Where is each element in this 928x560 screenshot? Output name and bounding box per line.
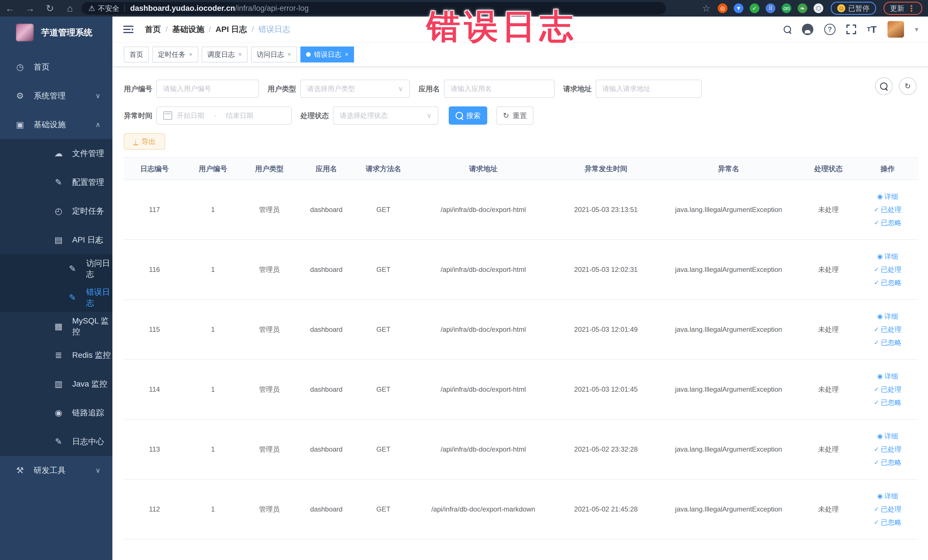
toggle-search-button[interactable] (875, 77, 893, 95)
action-已处理[interactable]: ✓已处理 (874, 325, 901, 334)
tab-label: 定时任务 (158, 50, 185, 59)
exception-time-range[interactable]: 开始日期 - 结束日期 (156, 107, 292, 125)
reload-icon[interactable]: ↻ (40, 3, 60, 14)
search-button[interactable]: 搜索 (449, 107, 487, 125)
search-icon[interactable] (784, 26, 791, 33)
github-icon[interactable] (802, 24, 814, 35)
font-size-icon[interactable]: TT (867, 24, 877, 35)
tab-close-icon[interactable]: × (189, 51, 192, 58)
home-icon[interactable]: ⌂ (60, 3, 80, 14)
breadcrumb-item[interactable]: 首页 (145, 24, 161, 35)
cell-user_type: 管理员 (241, 205, 298, 214)
select-caret-icon: ∨ (426, 111, 432, 119)
cell-url: /api/infra/db-doc/export-html (412, 266, 554, 273)
action-已忽略[interactable]: ✓已忽略 (874, 218, 901, 227)
bookmark-star-icon[interactable]: ☆ (702, 3, 710, 14)
export-button[interactable]: ↓ 导出 (124, 133, 165, 150)
action-已处理[interactable]: ✓已处理 (874, 505, 901, 514)
reset-button[interactable]: ↻ 重置 (496, 107, 533, 125)
action-已处理[interactable]: ✓已处理 (874, 445, 901, 454)
security-warning-icon: ⚠ (89, 4, 95, 13)
app-name-input[interactable]: 请输入应用名 (444, 79, 554, 98)
ext-green-on[interactable]: on (781, 3, 791, 13)
address-bar[interactable]: ⚠ 不安全 dashboard.yudao.iocoder.cn/infra/l… (82, 2, 666, 15)
user-avatar[interactable] (887, 21, 904, 38)
action-已忽略[interactable]: ✓已忽略 (874, 338, 901, 347)
sidebar-item-首页[interactable]: ◷首页 (0, 52, 112, 81)
action-详细[interactable]: ◉详细 (877, 252, 898, 261)
user-type-select[interactable]: 请选择用户类型∨ (300, 79, 410, 98)
profile-paused-chip[interactable]: ☺ 已暂停 (831, 2, 876, 15)
ext-blue-grid[interactable]: ⠿ (766, 3, 775, 13)
tab-定时任务[interactable]: 定时任务× (152, 46, 198, 63)
action-详细[interactable]: ◉详细 (877, 372, 898, 381)
sidebar-item-基础设施[interactable]: ▣基础设施∧ (0, 110, 112, 139)
action-已忽略[interactable]: ✓已忽略 (874, 518, 901, 527)
back-icon[interactable]: ← (0, 3, 20, 14)
tab-首页[interactable]: 首页 (124, 46, 149, 63)
sidebar-item-label: Java 监控 (72, 378, 107, 389)
tab-close-icon[interactable]: × (288, 51, 291, 58)
check-icon: ✓ (874, 279, 879, 287)
action-已处理[interactable]: ✓已处理 (874, 205, 901, 214)
cell-url: /api/infra/db-doc/export-html (412, 206, 554, 214)
user-id-input[interactable]: 请输入用户编号 (156, 79, 259, 98)
omnibox-divider (124, 5, 125, 12)
sidebar-item-java-监控[interactable]: ▥Java 监控 (0, 369, 112, 398)
fullscreen-icon[interactable] (846, 24, 856, 34)
action-已处理[interactable]: ✓已处理 (874, 385, 901, 394)
sidebar-item-错误日志[interactable]: ✎错误日志 (0, 283, 112, 312)
tab-close-icon[interactable]: × (345, 51, 349, 58)
sidebar-item-日志中心[interactable]: ✎日志中心 (0, 427, 112, 456)
date-range-separator: - (214, 111, 216, 119)
chevron-up-icon: ∧ (95, 121, 101, 129)
app-logo-row[interactable]: 芋道管理系统 (0, 17, 112, 49)
avatar-caret-icon[interactable]: ▾ (915, 25, 918, 34)
tab-错误日志[interactable]: 错误日志× (301, 46, 354, 63)
action-详细[interactable]: ◉详细 (877, 192, 898, 201)
breadcrumb-item[interactable]: API 日志 (216, 24, 247, 35)
sidebar-item-文件管理[interactable]: ☁文件管理 (0, 139, 112, 168)
user-id-label: 用户编号 (124, 84, 152, 93)
tab-访问日志[interactable]: 访问日志× (251, 46, 297, 63)
help-icon[interactable]: ? (824, 24, 836, 35)
forward-icon[interactable]: → (20, 3, 40, 14)
sidebar-item-链路追踪[interactable]: ◉链路追踪 (0, 398, 112, 427)
action-已忽略[interactable]: ✓已忽略 (874, 398, 901, 407)
ext-puzzle[interactable]: ⬡ (814, 3, 823, 13)
sidebar-item-定时任务[interactable]: ◴定时任务 (0, 197, 112, 225)
action-详细[interactable]: ◉详细 (877, 432, 898, 441)
hamburger-icon[interactable] (123, 25, 133, 34)
action-已处理[interactable]: ✓已处理 (874, 265, 901, 274)
ext-green-check[interactable]: ✓ (750, 3, 759, 13)
action-详细[interactable]: ◉详细 (877, 312, 898, 321)
cell-app_name: dashboard (298, 505, 355, 513)
breadcrumb-item[interactable]: 基础设施 (172, 24, 204, 35)
active-tab-dot (306, 52, 311, 57)
refresh-table-button[interactable]: ↻ (899, 77, 917, 95)
cell-user_type: 管理员 (241, 385, 298, 394)
process-status-select[interactable]: 请选择处理状态∨ (333, 107, 438, 125)
sidebar-item-访问日志[interactable]: ✎访问日志 (0, 254, 112, 283)
column-header: 异常发生时间 (554, 164, 657, 174)
action-已忽略[interactable]: ✓已忽略 (874, 278, 901, 287)
sidebar-item-配置管理[interactable]: ✎配置管理 (0, 168, 112, 197)
tab-调度日志[interactable]: 调度日志× (202, 46, 247, 63)
action-详细[interactable]: ◉详细 (877, 491, 898, 500)
action-已忽略[interactable]: ✓已忽略 (874, 458, 901, 467)
update-chip[interactable]: 更新 ⋮ (884, 2, 922, 15)
url-path: /infra/log/api-error-log (235, 4, 309, 13)
browser-menu-icon[interactable]: ⋮ (907, 3, 916, 14)
ext-orange-circle[interactable]: ◎ (718, 3, 728, 13)
sidebar-item-api-日志[interactable]: ▤API 日志∧ (0, 225, 112, 254)
sidebar-item-redis-监控[interactable]: ≣Redis 监控 (0, 340, 112, 369)
sidebar-item-研发工具[interactable]: ⚒研发工具∨ (0, 456, 112, 485)
ext-green-leaf[interactable]: ❧ (798, 3, 807, 13)
sidebar-item-系统管理[interactable]: ⚙系统管理∨ (0, 81, 112, 110)
ext-blue-shield[interactable]: ▼ (734, 3, 743, 13)
sidebar-item-mysql-监控[interactable]: ▦MySQL 监控 (0, 312, 112, 340)
request-url-input[interactable]: 请输入请求地址 (596, 79, 702, 98)
column-header: 异常名 (657, 164, 800, 174)
eye-icon: ◉ (877, 313, 883, 320)
tab-close-icon[interactable]: × (238, 51, 242, 58)
